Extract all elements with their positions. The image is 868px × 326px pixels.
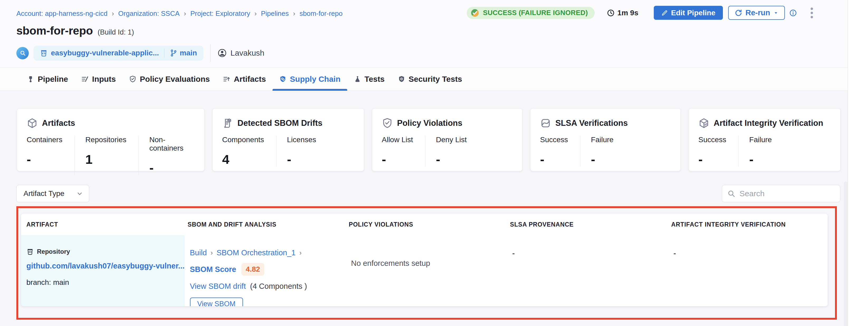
tab-inputs[interactable]: Inputs xyxy=(75,68,122,91)
cell-artifact: Repository github.com/lavakush07/easybug… xyxy=(21,235,185,306)
artifact-repo-link[interactable]: github.com/lavakush07/easybuggy-vulner..… xyxy=(26,262,185,270)
card-policy-violations: Policy Violations Allow List - Deny List… xyxy=(372,108,522,171)
pipeline-icon xyxy=(27,75,34,83)
column-header-integrity: ARTIFACT INTEGRITY VERIFICATION xyxy=(666,221,827,228)
tab-tests[interactable]: Tests xyxy=(347,68,391,91)
tab-label: Policy Evaluations xyxy=(140,75,210,84)
card-artifacts: Artifacts Containers - Repositories 1 No… xyxy=(17,108,205,171)
status-badge: SUCCESS (FAILURE IGNORED) xyxy=(467,7,595,19)
rerun-button[interactable]: Re-run xyxy=(728,6,785,20)
breadcrumb-project[interactable]: Project: Exploratory xyxy=(190,9,250,18)
tab-label: Artifacts xyxy=(234,75,266,84)
avatar-icon xyxy=(217,48,227,58)
chevron-right-icon xyxy=(184,9,186,18)
card-title: Artifacts xyxy=(42,119,75,128)
summary-cards: Artifacts Containers - Repositories 1 No… xyxy=(17,108,841,171)
repo-name: easybuggy-vulnerable-applic... xyxy=(51,49,159,57)
build-meta-row: easybuggy-vulnerable-applic... main xyxy=(17,44,265,62)
info-icon[interactable] xyxy=(789,9,797,17)
tab-label: Inputs xyxy=(92,75,116,84)
chevron-down-icon xyxy=(76,190,83,197)
success-warning-icon xyxy=(470,8,479,18)
stat-containers: Containers - xyxy=(27,136,74,175)
sbom-score-line: SBOM Score 4.82 xyxy=(190,263,346,275)
stat-repositories: Repositories 1 xyxy=(74,136,138,175)
table-row: Repository github.com/lavakush07/easybug… xyxy=(21,235,828,306)
vertical-scrollbar[interactable] xyxy=(844,182,847,326)
supply-chain-content: Artifacts Containers - Repositories 1 No… xyxy=(0,91,848,326)
view-sbom-drift-link[interactable]: View SBOM drift xyxy=(190,282,246,291)
tab-label: Supply Chain xyxy=(290,75,341,84)
stat-licenses: Licenses - xyxy=(276,136,329,167)
repo-pill[interactable]: easybuggy-vulnerable-applic... main xyxy=(33,45,204,61)
pencil-icon xyxy=(661,9,668,17)
search-input[interactable] xyxy=(740,189,841,198)
edit-pipeline-button[interactable]: Edit Pipeline xyxy=(654,6,723,20)
chevron-right-icon xyxy=(112,9,114,18)
search-box xyxy=(722,185,840,202)
slsa-icon xyxy=(540,118,551,129)
path-orchestration-link[interactable]: SBOM Orchestration_1 xyxy=(217,249,296,257)
tab-supply-chain[interactable]: Supply Chain xyxy=(273,68,347,91)
shield-check-icon xyxy=(129,75,136,83)
supply-chain-page: Account: app-harness-ng-cicd Organizatio… xyxy=(0,0,868,326)
tab-label: Security Tests xyxy=(409,75,462,84)
duration-label: 1m 9s xyxy=(617,9,638,17)
card-title: SLSA Verifications xyxy=(555,119,628,128)
inputs-icon xyxy=(81,75,89,83)
breadcrumb-account[interactable]: Account: app-harness-ng-cicd xyxy=(17,9,107,18)
sbom-score-link[interactable]: SBOM Score xyxy=(190,265,237,274)
chevron-right-icon xyxy=(254,9,257,18)
card-title: Policy Violations xyxy=(397,119,463,128)
stat-slsa-success: Success - xyxy=(540,136,580,167)
search-icon xyxy=(727,190,735,198)
path-build-link[interactable]: Build xyxy=(190,249,207,257)
stat-allow-list: Allow List - xyxy=(382,136,425,167)
cube-icon xyxy=(699,118,709,129)
card-title: Artifact Integrity Verification xyxy=(714,119,823,128)
sbom-drift-line: View SBOM drift (4 Components ) xyxy=(190,282,346,291)
tab-pipeline[interactable]: Pipeline xyxy=(20,68,75,91)
sbom-score-badge: 4.82 xyxy=(241,263,265,275)
window-right-gutter xyxy=(848,0,868,326)
flask-icon xyxy=(354,75,361,83)
breadcrumb: Account: app-harness-ng-cicd Organizatio… xyxy=(17,9,342,18)
card-title: Detected SBOM Drifts xyxy=(238,119,322,128)
column-header-slsa-provenance: SLSA PROVENANCE xyxy=(505,221,666,228)
header-actions: SUCCESS (FAILURE IGNORED) 1m 9s Edit Pip… xyxy=(467,6,813,20)
sbom-scroll-icon xyxy=(222,118,233,129)
breadcrumb-pipelines[interactable]: Pipelines xyxy=(261,9,289,18)
column-header-sbom-drift: SBOM AND DRIFT ANALYSIS xyxy=(182,221,343,228)
cell-policy-violations: No enforcements setup xyxy=(346,235,507,306)
page-header: Account: app-harness-ng-cicd Organizatio… xyxy=(0,0,848,67)
tab-policy-evaluations[interactable]: Policy Evaluations xyxy=(122,68,216,91)
clock-icon xyxy=(607,9,615,17)
edit-pipeline-label: Edit Pipeline xyxy=(671,9,715,17)
branch-name: main xyxy=(180,49,197,57)
artifact-list-icon xyxy=(223,75,230,83)
cube-icon xyxy=(27,118,38,129)
card-slsa-verifications: SLSA Verifications Success - Failure - xyxy=(530,108,681,171)
stat-components: Components 4 xyxy=(222,136,276,167)
shield-check-icon xyxy=(382,118,393,129)
security-shield-icon xyxy=(398,75,405,83)
more-options-kebab-icon[interactable] xyxy=(810,7,813,19)
view-sbom-button[interactable]: View SBOM xyxy=(190,297,243,306)
caret-down-icon xyxy=(773,10,779,15)
artifact-type-dropdown[interactable]: Artifact Type xyxy=(17,185,89,202)
stat-deny-list: Deny List - xyxy=(425,136,479,167)
tab-artifacts[interactable]: Artifacts xyxy=(216,68,273,91)
breadcrumb-organization[interactable]: Organization: SSCA xyxy=(118,9,180,18)
repository-icon xyxy=(26,248,34,255)
git-branch-icon xyxy=(169,49,178,57)
triggered-by-user: Lavakush xyxy=(217,48,265,58)
filter-row: Artifact Type xyxy=(0,185,848,202)
card-artifact-integrity: Artifact Integrity Verification Success … xyxy=(689,108,841,171)
execution-tabbar: Pipeline Inputs Policy Evaluations xyxy=(0,67,848,91)
chevron-right-icon xyxy=(293,9,295,18)
cell-slsa-provenance: - xyxy=(507,235,668,306)
tab-security-tests[interactable]: Security Tests xyxy=(391,68,469,91)
card-sbom-drifts: Detected SBOM Drifts Components 4 Licens… xyxy=(212,108,364,171)
build-id: (Build Id: 1) xyxy=(98,28,134,36)
breadcrumb-current-pipeline[interactable]: sbom-for-repo xyxy=(300,9,342,18)
